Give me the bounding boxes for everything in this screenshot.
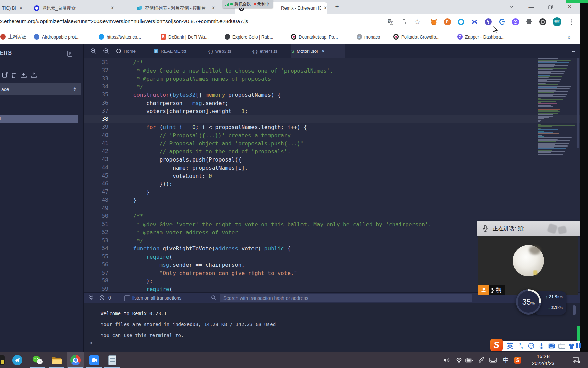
download-icon[interactable] — [20, 72, 27, 79]
participant-name-label: 朔 — [489, 285, 505, 295]
taskbar-item-notepad[interactable] — [103, 352, 121, 368]
address-input[interactable]: x.ethereum.org/#optimize=false&runs=200&… — [0, 18, 248, 25]
taskbar-item-file-explorer[interactable] — [48, 352, 65, 368]
minimap-line — [538, 144, 555, 145]
zoom-in-icon[interactable] — [103, 48, 110, 55]
minimap[interactable] — [538, 58, 577, 159]
bookmark-item[interactable]: //monaco — [357, 33, 380, 41]
watermark — [547, 223, 558, 234]
minimap-line — [538, 81, 560, 82]
code-text: * @param proposalNames names of proposal… — [120, 75, 271, 83]
tab-strip-chevron-icon[interactable] — [507, 2, 517, 12]
meeting-speaking-bar[interactable]: 正在讲话: 朔; — [477, 221, 580, 236]
bookmark-favicon — [0, 34, 6, 40]
dark-wallet-extension-icon[interactable] — [539, 18, 547, 26]
browser-tab[interactable]: 存储桶列表 - 对象存储 - 控制台✕ — [137, 2, 232, 14]
purple-circle-extension-icon[interactable] — [511, 18, 520, 26]
upload-icon[interactable] — [31, 72, 37, 79]
webcam-video-panel[interactable]: 朔 — [478, 236, 578, 295]
bookmark-star-icon[interactable]: ☆ — [413, 18, 421, 26]
taskbar-item-chrome[interactable] — [67, 352, 84, 368]
tab-close-icon[interactable]: ✕ — [211, 5, 216, 11]
ime-mode-toggle[interactable]: 英 — [506, 342, 514, 350]
workspace-select[interactable]: ace ▲▼ — [0, 83, 81, 95]
window-restore-button[interactable] — [545, 2, 555, 12]
ime-lang-indicator[interactable]: 中 — [502, 357, 510, 364]
memory-usage-gauge[interactable]: 35% — [516, 289, 541, 315]
bookmark-item[interactable]: BDeBank | DeFi Wa... — [161, 33, 209, 41]
listen-checkbox[interactable] — [124, 295, 130, 301]
code-line: 33 * @param proposalNames names of propo… — [84, 75, 580, 83]
translate-icon[interactable]: 文A — [387, 18, 394, 26]
bookmark-item[interactable]: https://twitter.co... — [99, 33, 141, 41]
voice-input-icon[interactable] — [537, 342, 545, 350]
tree-item-selected[interactable]: 1 — [0, 115, 78, 123]
bookmark-item[interactable]: Polkadot Crowdlo... — [393, 33, 440, 41]
code-line: 31 /** — [84, 59, 580, 67]
editor-tab-readme-txt[interactable]: README.txt — [154, 44, 198, 58]
code-line: 39 for (uint i = 0; i < proposalNames.le… — [84, 123, 580, 132]
sogou-logo-icon[interactable]: S — [490, 339, 503, 351]
transaction-search-input[interactable] — [220, 294, 472, 302]
metamask-extension-icon[interactable] — [430, 18, 438, 26]
editor-scrollbar-thumb[interactable] — [577, 58, 579, 148]
polkadot-js-extension-icon[interactable]: P — [443, 18, 452, 26]
volume-icon[interactable] — [443, 357, 451, 364]
workspaces-menu-icon[interactable] — [67, 51, 73, 57]
pen-icon[interactable] — [478, 357, 485, 364]
taskbar-item-tencent-meeting[interactable] — [85, 352, 103, 368]
minimap-line — [538, 88, 570, 89]
window-close-button[interactable]: ✕ — [565, 2, 575, 12]
id-card-icon[interactable] — [558, 342, 566, 350]
editor-tab-close-icon[interactable]: ✕ — [321, 49, 325, 54]
profile-avatar[interactable]: 安朔 — [553, 17, 561, 26]
bookmark-item[interactable]: Dotmarketcap: Po... — [291, 33, 338, 41]
action-center-icon[interactable] — [572, 357, 580, 364]
zoom-out-icon[interactable] — [90, 48, 97, 55]
expand-panel-icon[interactable]: ↔ — [571, 48, 576, 54]
toolbox-grid-icon[interactable] — [574, 342, 583, 350]
browser-tab[interactable]: 腾讯云_百度搜索✕ — [34, 2, 131, 14]
battery-icon[interactable] — [466, 357, 473, 364]
editor-tab-web3-ts[interactable]: { }web3.ts — [208, 44, 242, 58]
create-file-icon[interactable] — [2, 72, 9, 79]
bookmarks-overflow-chevron[interactable]: » — [568, 33, 570, 41]
share-icon[interactable] — [400, 18, 408, 26]
blue-x-extension-icon[interactable] — [471, 18, 479, 26]
terminal-line: Welcome to Remix 0.23.1 — [101, 311, 167, 316]
touch-keyboard-icon[interactable] — [489, 357, 497, 364]
taskbar-item-pinned-cut[interactable] — [0, 352, 9, 368]
sogou-tray-icon[interactable]: S — [514, 357, 521, 364]
delete-icon[interactable] — [11, 72, 17, 79]
wifi-icon[interactable] — [455, 357, 463, 364]
editor-tab-ethers-ts[interactable]: { }ethers.ts — [252, 44, 288, 58]
punctuation-icon[interactable]: ’, — [517, 342, 525, 350]
taskbar-clock[interactable]: 16:28 2022/4/23 — [527, 353, 559, 367]
puzzle-extension-icon[interactable] — [525, 18, 533, 26]
editor-tab-home[interactable]: Home — [116, 44, 144, 58]
new-tab-button[interactable]: + — [333, 3, 341, 11]
ime-toolbar[interactable]: S 英 ’, — [491, 341, 580, 351]
taskbar-item-wechat[interactable] — [29, 352, 46, 368]
editor-tab-motort-sol[interactable]: SMotorT.sol✕ — [291, 44, 345, 58]
cursor-purple-extension-icon[interactable] — [484, 18, 492, 26]
tree-item-fragment[interactable]: t — [0, 141, 0, 147]
taskbar-item-telegram[interactable] — [9, 352, 26, 368]
tab-close-icon[interactable]: ✕ — [18, 5, 24, 11]
soft-keyboard-icon[interactable] — [548, 342, 556, 350]
meeting-recording-pill[interactable]: 腾讯会议 录制中 — [223, 0, 273, 8]
g-connect-extension-icon[interactable] — [498, 18, 506, 26]
bookmark-item[interactable]: Explore Celo | Rab... — [225, 33, 273, 41]
bookmark-item[interactable]: 上网认证 — [3, 33, 26, 41]
clear-console-icon[interactable] — [99, 295, 105, 301]
bookmark-item[interactable]: Airdroppable prot... — [34, 33, 80, 41]
opera-ring-extension-icon[interactable] — [457, 18, 465, 26]
terminal-scrollbar-thumb[interactable] — [573, 305, 576, 315]
browser-menu-icon[interactable]: ⋮ — [568, 18, 575, 26]
tab-close-icon[interactable]: ✕ — [110, 5, 115, 11]
window-minimize-button[interactable]: — — [526, 2, 536, 12]
emoji-icon[interactable] — [527, 342, 535, 350]
collapse-terminal-icon[interactable] — [89, 295, 95, 301]
tab-close-icon[interactable]: ✕ — [323, 5, 327, 11]
browser-tab[interactable]: TIC) Blo✕ — [2, 2, 29, 14]
